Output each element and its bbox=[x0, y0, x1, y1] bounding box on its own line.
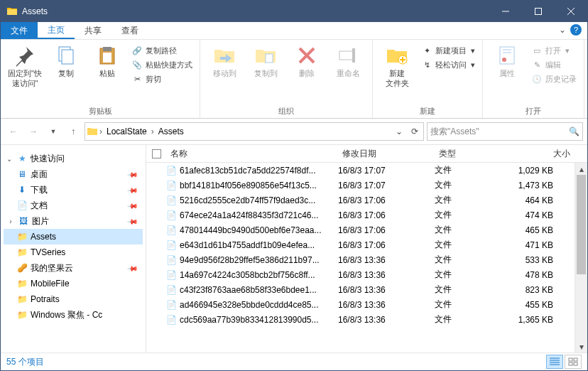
window-title: Assets bbox=[22, 6, 48, 16]
file-row[interactable]: 📄c43f23f8763aae68b58f33e6bdee1...16/8/3 … bbox=[146, 282, 587, 297]
file-size: 465 KB bbox=[511, 225, 575, 235]
copy-path-button[interactable]: 🔗复制路径 bbox=[129, 44, 195, 57]
new-item-button[interactable]: ✦新建项目▾ bbox=[418, 44, 478, 57]
edit-button[interactable]: ✎编辑 bbox=[528, 58, 579, 71]
file-type: 文件 bbox=[435, 194, 511, 206]
tab-file[interactable]: 文件 bbox=[1, 22, 38, 39]
easy-access-button[interactable]: ↯轻松访问▾ bbox=[418, 58, 478, 71]
file-date: 16/8/3 17:06 bbox=[338, 240, 435, 250]
properties-button[interactable]: 属性 bbox=[487, 43, 527, 80]
nav-quick-access[interactable]: ⌄★快速访问 bbox=[4, 151, 143, 166]
file-type: 文件 bbox=[435, 269, 511, 281]
minimize-button[interactable] bbox=[489, 1, 522, 22]
open-button[interactable]: ▭打开▾ bbox=[528, 44, 579, 57]
file-row[interactable]: 📄61afec813cb51dc7a5dd22574f8df...16/8/3 … bbox=[146, 163, 587, 178]
nav-jianguo[interactable]: 🥜我的坚果云📌 bbox=[4, 260, 143, 276]
nav-assets[interactable]: 📁Assets bbox=[4, 229, 143, 244]
select-all-checkbox[interactable] bbox=[152, 149, 161, 158]
col-size[interactable]: 大小 bbox=[511, 148, 575, 160]
pin-quickaccess-button[interactable]: 固定到"快 速访问" bbox=[5, 43, 45, 90]
paste-shortcut-button[interactable]: 📎粘贴快捷方式 bbox=[129, 58, 195, 71]
nav-back-button[interactable]: ← bbox=[5, 123, 22, 140]
file-row[interactable]: 📄e643d1d61b4755addf1b09e4efea...16/8/3 1… bbox=[146, 237, 587, 252]
scroll-thumb[interactable] bbox=[577, 175, 586, 274]
maximize-button[interactable] bbox=[522, 1, 555, 22]
view-icons-button[interactable] bbox=[565, 355, 582, 369]
desktop-icon: 🖥 bbox=[16, 168, 28, 180]
file-icon: 📄 bbox=[166, 285, 177, 295]
file-name: 61afec813cb51dc7a5dd22574f8df... bbox=[180, 166, 316, 176]
file-name: 94e9d956f28b29ffef5e386d211b97... bbox=[180, 255, 320, 265]
ribbon-tabs: 文件 主页 共享 查看 ⌄ ? bbox=[1, 22, 587, 40]
rename-icon bbox=[337, 44, 359, 67]
file-row[interactable]: 📄bbf14181b4f056e890856e54f13c5...16/8/3 … bbox=[146, 178, 587, 193]
svg-rect-8 bbox=[352, 48, 355, 63]
paste-button[interactable]: 粘贴 bbox=[87, 43, 127, 80]
tab-home[interactable]: 主页 bbox=[38, 22, 75, 39]
file-icon: 📄 bbox=[166, 210, 177, 220]
file-row[interactable]: 📄ad466945e328e5bbde0cddd4ce85...16/8/3 1… bbox=[146, 297, 587, 312]
file-name: bbf14181b4f056e890856e54f13c5... bbox=[180, 181, 317, 190]
nav-tvseries[interactable]: 📁TVSeries bbox=[4, 244, 143, 260]
file-type: 文件 bbox=[435, 209, 511, 221]
view-details-button[interactable] bbox=[546, 355, 563, 369]
history-button[interactable]: 🕓历史记录 bbox=[528, 72, 579, 85]
file-size: 464 KB bbox=[511, 195, 575, 205]
file-type: 文件 bbox=[435, 224, 511, 236]
nav-desktop[interactable]: 🖥桌面📌 bbox=[4, 166, 143, 182]
tab-view[interactable]: 查看 bbox=[111, 22, 148, 39]
nav-forward-button[interactable]: → bbox=[25, 123, 42, 140]
address-dropdown[interactable]: ⌄ bbox=[392, 123, 406, 140]
easy-access-icon: ↯ bbox=[421, 59, 432, 70]
new-folder-button[interactable]: 新建 文件夹 bbox=[377, 43, 417, 90]
scrollbar[interactable]: ▴ ▾ bbox=[575, 163, 587, 353]
star-icon: ★ bbox=[16, 153, 28, 164]
file-type: 文件 bbox=[435, 299, 511, 311]
breadcrumb-seg[interactable]: LocalState bbox=[104, 127, 150, 136]
file-row[interactable]: 📄94e9d956f28b29ffef5e386d211b97...16/8/3… bbox=[146, 252, 587, 267]
moveto-button[interactable]: 移动到 bbox=[205, 43, 244, 80]
breadcrumb-seg[interactable]: Assets bbox=[156, 127, 187, 136]
scroll-down-icon[interactable]: ▾ bbox=[575, 340, 587, 353]
help-icon[interactable]: ? bbox=[570, 24, 582, 36]
file-name: c43f23f8763aae68b58f33e6bdee1... bbox=[180, 285, 317, 295]
col-date[interactable]: 修改日期 bbox=[338, 148, 435, 160]
refresh-button[interactable]: ⟳ bbox=[408, 123, 422, 140]
pin-icon: 📌 bbox=[127, 262, 138, 274]
tab-share[interactable]: 共享 bbox=[75, 22, 111, 39]
file-row[interactable]: 📄674ece24a1a424f88435f3d721c46...16/8/3 … bbox=[146, 208, 587, 222]
search-input[interactable]: 搜索"Assets" 🔍 bbox=[427, 122, 583, 141]
nav-up-button[interactable]: ↑ bbox=[65, 123, 82, 140]
nav-pictures[interactable]: ›🖼图片📌 bbox=[4, 213, 143, 229]
close-button[interactable] bbox=[555, 1, 587, 22]
file-row[interactable]: 📄14a697c4224c3058bcb2bf756c8ff...16/8/3 … bbox=[146, 267, 587, 282]
col-name[interactable]: 名称 bbox=[166, 148, 338, 160]
nav-recent-button[interactable]: ▼ bbox=[45, 123, 62, 140]
file-row[interactable]: 📄478014449bc9490d500ebf6e73eaa...16/8/3 … bbox=[146, 222, 587, 237]
ribbon-collapse-icon[interactable]: ⌄ bbox=[559, 25, 566, 35]
pin-icon bbox=[13, 44, 36, 67]
copyto-button[interactable]: 复制到 bbox=[246, 43, 285, 80]
file-size: 823 KB bbox=[511, 285, 575, 295]
copy-button[interactable]: 复制 bbox=[46, 43, 86, 80]
file-name: e643d1d61b4755addf1b09e4efea... bbox=[180, 240, 315, 250]
file-row[interactable]: 📄5216cd2555ce2db74ff57f9daed3c...16/8/3 … bbox=[146, 193, 587, 208]
nav-downloads[interactable]: ⬇下载📌 bbox=[4, 182, 143, 198]
cut-button[interactable]: ✂剪切 bbox=[129, 72, 195, 85]
nav-documents[interactable]: 📄文档📌 bbox=[4, 198, 143, 213]
file-icon: 📄 bbox=[166, 225, 177, 235]
svg-rect-7 bbox=[339, 51, 354, 60]
file-row[interactable]: 📄cdc569aa77b39b833412813990d5...16/8/3 1… bbox=[146, 312, 587, 327]
nav-potraits[interactable]: 📁Potraits bbox=[4, 291, 143, 307]
search-icon: 🔍 bbox=[569, 127, 579, 136]
address-bar[interactable]: › LocalState › Assets ⌄ ⟳ bbox=[85, 122, 424, 141]
scroll-up-icon[interactable]: ▴ bbox=[575, 163, 587, 175]
delete-icon bbox=[295, 44, 318, 67]
nav-mobilefile[interactable]: 📁MobileFile bbox=[4, 276, 143, 291]
titlebar[interactable]: Assets bbox=[1, 1, 587, 22]
pin-icon: 📌 bbox=[127, 184, 138, 195]
col-type[interactable]: 类型 bbox=[435, 148, 511, 160]
delete-button[interactable]: 删除 bbox=[287, 43, 327, 80]
rename-button[interactable]: 重命名 bbox=[328, 43, 368, 80]
nav-spotlight[interactable]: 📁Windows 聚焦 - Cc bbox=[4, 307, 143, 323]
